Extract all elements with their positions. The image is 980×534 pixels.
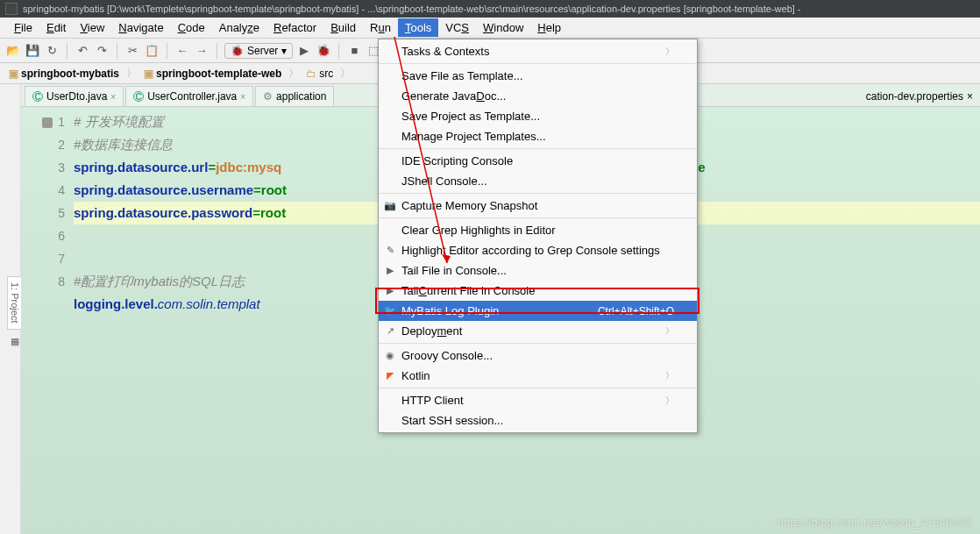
run-config-selector[interactable]: 🐞 Server ▾ — [224, 43, 293, 59]
breadcrumb-project[interactable]: ▣ springboot-mybatis — [5, 66, 123, 82]
stop-icon[interactable]: ■ — [346, 43, 362, 59]
watermark: https://blog.csdn.net/weixin_41846320 — [778, 516, 971, 529]
run-icon[interactable]: ▶ — [296, 43, 312, 59]
structure-icon[interactable]: ▦ — [11, 332, 19, 351]
submenu-arrow-icon: 〉 — [665, 325, 674, 338]
class-icon: C — [32, 91, 43, 102]
breakpoint-icon[interactable] — [42, 117, 53, 128]
menu-ide-scripting[interactable]: IDE Scripting Console — [379, 151, 697, 171]
menu-help[interactable]: Help — [530, 18, 568, 37]
menu-tail-file[interactable]: ▶Tail File in Console... — [379, 260, 697, 281]
groovy-icon: ◉ — [384, 350, 396, 361]
folder-icon: 🗀 — [306, 68, 316, 80]
code-line — [74, 251, 77, 266]
separator — [67, 43, 67, 59]
separator — [117, 43, 117, 59]
breadcrumb-separator: 〉 — [340, 66, 351, 81]
menu-code[interactable]: Code — [171, 18, 212, 37]
menu-analyze[interactable]: Analyze — [212, 18, 266, 37]
code-line: #数据库连接信息 — [74, 137, 173, 152]
menu-vcs[interactable]: VCS — [438, 18, 476, 37]
menu-generate-javadoc[interactable]: Generate JavaDoc... — [379, 86, 697, 106]
tab-userdto[interactable]: C UserDto.java × — [25, 86, 124, 106]
menu-mybatis-log[interactable]: 🐦MyBatis Log PluginCtrl+Alt+Shift+O — [379, 301, 697, 321]
menu-file[interactable]: File — [7, 18, 39, 37]
debug-icon[interactable]: 🐞 — [316, 43, 331, 59]
menu-highlight-editor[interactable]: ✎Highlight Editor according to Grep Cons… — [379, 240, 697, 260]
menu-edit[interactable]: Edit — [39, 18, 73, 37]
menu-separator — [379, 193, 697, 194]
menu-build[interactable]: Build — [323, 18, 363, 37]
menu-tail-current[interactable]: ▶Tail Current File in Console — [379, 281, 697, 301]
menu-navigate[interactable]: Navigate — [111, 18, 170, 37]
menu-clear-grep[interactable]: Clear Grep Highlights in Editor — [379, 220, 697, 240]
menu-separator — [379, 148, 697, 149]
module-icon: ▣ — [144, 68, 153, 80]
gutter: 1 2345678 — [21, 107, 74, 534]
chevron-down-icon: ▾ — [281, 45, 287, 57]
class-icon: C — [133, 91, 144, 102]
code-line: #配置打印mybatis的SQL日志 — [74, 274, 245, 288]
submenu-arrow-icon: 〉 — [665, 46, 674, 58]
menu-separator — [379, 217, 697, 218]
cut-icon[interactable]: ✂ — [124, 43, 140, 59]
menu-capture-memory[interactable]: 📷Capture Memory Snapshot — [379, 196, 697, 216]
properties-icon: ⚙ — [263, 90, 273, 103]
deploy-icon: ↗ — [384, 325, 396, 337]
menu-start-ssh[interactable]: Start SSH session... — [379, 410, 697, 431]
menu-tasks-contexts[interactable]: Tasks & Contexts〉 — [379, 41, 697, 61]
submenu-arrow-icon: 〉 — [665, 370, 674, 382]
open-icon[interactable]: 📂 — [5, 43, 21, 59]
menu-view[interactable]: View — [73, 18, 111, 37]
module-icon: ▣ — [9, 68, 18, 80]
menu-groovy-console[interactable]: ◉Groovy Console... — [379, 345, 697, 366]
menu-save-project-template[interactable]: Save Project as Template... — [379, 106, 697, 126]
menu-deployment[interactable]: ↗Deployment〉 — [379, 321, 697, 341]
menu-save-file-template[interactable]: Save File as Template... — [379, 66, 697, 86]
menu-separator — [379, 343, 697, 344]
tab-application[interactable]: ⚙ application — [255, 86, 334, 106]
menu-kotlin[interactable]: ◤Kotlin〉 — [379, 366, 697, 386]
menu-refactor[interactable]: Refactor — [266, 18, 323, 37]
menu-run[interactable]: Run — [363, 18, 398, 37]
close-icon[interactable]: × — [967, 90, 973, 103]
play-icon: ▶ — [384, 265, 396, 276]
pencil-icon: ✎ — [384, 245, 396, 256]
menu-http-client[interactable]: HTTP Client〉 — [379, 390, 697, 410]
run-config-label: Server — [247, 45, 278, 57]
separator — [167, 43, 167, 59]
menu-separator — [379, 388, 697, 388]
close-icon[interactable]: × — [240, 92, 245, 102]
menu-window[interactable]: Window — [476, 18, 530, 37]
shortcut-label: Ctrl+Alt+Shift+O — [598, 305, 674, 317]
menu-manage-project-templates[interactable]: Manage Project Templates... — [379, 126, 697, 146]
refresh-icon[interactable]: ↻ — [44, 43, 60, 59]
redo-icon[interactable]: ↷ — [94, 43, 110, 59]
forward-icon[interactable]: → — [194, 43, 209, 59]
menu-tools[interactable]: Tools — [398, 18, 438, 37]
breadcrumb-module[interactable]: ▣ springboot-template-web — [140, 66, 285, 82]
breadcrumb-separator: 〉 — [126, 66, 137, 81]
separator — [338, 43, 339, 59]
code-line: logging.level.com.solin.templat — [74, 296, 260, 311]
left-tool-stripe: 1: Project ▦ — [0, 84, 21, 534]
app-logo-icon — [5, 3, 18, 15]
close-icon[interactable]: × — [110, 92, 116, 102]
tools-dropdown: Tasks & Contexts〉 Save File as Template.… — [378, 39, 698, 433]
menu-bar: File Edit View Navigate Code Analyze Ref… — [0, 18, 980, 39]
back-icon[interactable]: ← — [174, 43, 190, 59]
breadcrumb-src[interactable]: 🗀 src — [302, 66, 337, 82]
tab-right-file[interactable]: cation-dev.properties × — [859, 87, 980, 106]
tab-usercontroller[interactable]: C UserController.java × — [125, 86, 253, 106]
separator — [217, 43, 217, 59]
camera-icon: 📷 — [384, 200, 396, 211]
undo-icon[interactable]: ↶ — [75, 43, 90, 59]
code-line: # 开发环境配置 — [74, 114, 164, 129]
bug-icon: 🐞 — [231, 45, 244, 57]
title-bar: springboot-mybatis [D:\work\Templete\spr… — [0, 0, 980, 18]
menu-jshell[interactable]: JShell Console... — [379, 171, 697, 191]
copy-icon[interactable]: 📋 — [144, 43, 160, 59]
menu-separator — [379, 63, 697, 64]
save-icon[interactable]: 💾 — [25, 43, 40, 59]
submenu-arrow-icon: 〉 — [665, 395, 674, 407]
